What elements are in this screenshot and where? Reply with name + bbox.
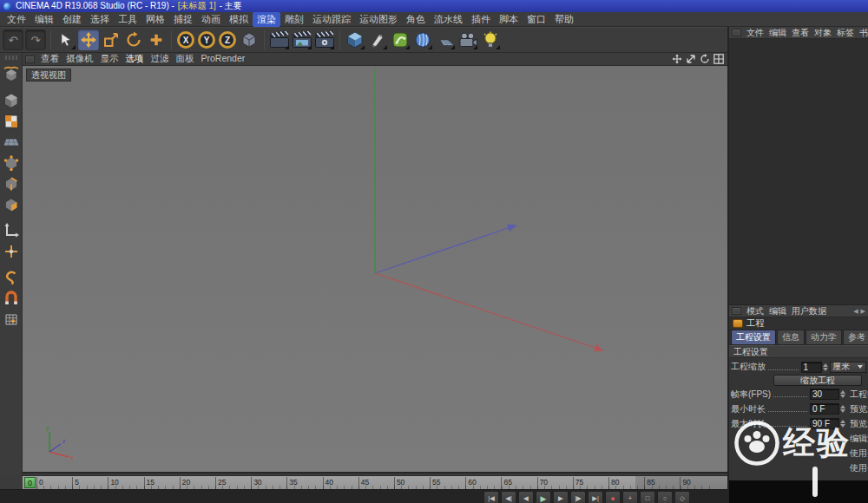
transport-button[interactable]: ◀ [518,491,534,503]
model-mode-button[interactable] [2,91,21,110]
object-manager-menu-item[interactable]: 标签 [834,27,857,39]
stepper-icon[interactable] [840,420,845,428]
menu-item[interactable]: 选择 [86,12,114,27]
enable-axis-button[interactable] [2,242,21,261]
transport-button[interactable]: |◀ [483,491,499,503]
field-input[interactable]: 0 F [810,403,839,415]
history-back-icon[interactable]: ◀ [853,308,858,315]
add-deformer-button[interactable] [412,29,433,50]
menu-item[interactable]: 动画 [197,12,225,27]
menu-item[interactable]: 运动跟踪 [308,12,355,27]
attribute-tab[interactable]: 参考 [843,330,868,345]
polygons-mode-button[interactable] [2,195,21,214]
object-manager-menu-item[interactable]: 编辑 [766,27,789,39]
panel-grip-icon[interactable] [732,307,741,315]
attribute-manager-menu-item[interactable]: 编辑 [766,305,789,317]
panel-grip-icon[interactable] [25,56,35,63]
menu-item[interactable]: 帮助 [550,12,578,27]
transport-button[interactable]: ○ [657,491,673,503]
add-object-button[interactable] [345,29,365,50]
transport-button[interactable]: + [622,491,638,503]
coordinate-system-button[interactable] [239,29,260,50]
axis-mode-button[interactable] [2,221,21,240]
current-frame-marker[interactable]: 0 [24,477,36,488]
menu-item[interactable]: 渲染 [253,12,280,27]
points-mode-button[interactable] [2,154,21,173]
redo-button[interactable]: ↷ [25,29,46,50]
timeline-ruler[interactable]: 0 051015202530354045505560657075808590 [23,475,727,489]
stepper-icon[interactable] [840,405,845,413]
add-spline-button[interactable] [367,29,388,50]
attribute-tab[interactable]: 工程设置 [731,330,776,345]
viewport-menu-item[interactable]: 查看 [37,53,62,65]
palette-grip[interactable] [5,56,17,60]
transport-button[interactable]: ▶ [553,491,569,503]
make-editable-button[interactable] [2,65,21,84]
unit-dropdown[interactable]: 厘米 [830,362,867,373]
zoom-view-button[interactable] [685,54,697,65]
attribute-manager-menu-item[interactable]: 用户数据 [789,305,829,317]
viewport-menu-item[interactable]: 面板 [173,53,198,65]
menu-item[interactable]: 文件 [3,12,30,27]
menu-item[interactable]: 创建 [58,12,86,27]
menu-item[interactable]: 模拟 [225,12,253,27]
lock-z-axis-button[interactable]: Z [219,31,236,49]
menu-item[interactable]: 流水线 [430,12,467,27]
menu-item[interactable]: 窗口 [523,12,550,27]
object-manager-menu-item[interactable]: 文件 [744,27,766,39]
lock-y-axis-button[interactable]: Y [198,31,215,49]
render-settings-button[interactable] [314,29,335,50]
add-environment-button[interactable] [435,29,456,50]
object-manager-list[interactable] [729,39,868,305]
add-camera-button[interactable] [457,29,478,50]
object-manager-menu-item[interactable]: 查看 [789,27,812,39]
stepper-icon[interactable] [840,390,845,398]
workplane-mode-button[interactable] [2,133,21,152]
viewport-menu-item[interactable]: 选项 [122,53,148,65]
project-scale-input[interactable]: 1 [801,362,822,373]
transport-button[interactable]: |▶ [570,491,586,503]
lock-x-axis-button[interactable]: X [177,31,194,49]
menu-item[interactable]: 网格 [141,12,169,27]
rotate-view-button[interactable] [699,54,711,65]
transport-button[interactable]: ◇ [674,491,690,503]
menu-item[interactable]: 雕刻 [280,12,308,27]
history-forward-icon[interactable]: ▶ [861,308,865,315]
menu-item[interactable]: 编辑 [30,12,58,27]
attribute-tab[interactable]: 动力学 [806,330,842,345]
menu-item[interactable]: 工具 [114,12,141,27]
object-manager-menu-item[interactable]: 书签 [857,27,868,39]
menu-item[interactable]: 插件 [467,12,495,27]
menu-item[interactable]: 脚本 [495,12,523,27]
snap-button[interactable] [2,268,21,287]
transport-button[interactable]: ◀| [501,491,516,503]
transport-button[interactable]: ▶| [588,491,603,503]
transport-button[interactable]: ▶ [536,491,551,503]
panel-grip-icon[interactable] [732,29,741,36]
stepper-icon[interactable] [823,363,828,371]
scale-project-button[interactable]: 缩放工程 [773,375,862,386]
undo-button[interactable]: ↶ [3,29,23,50]
quantize-button[interactable] [2,289,21,308]
viewport-menu-item[interactable]: 显示 [97,53,122,65]
viewport-menu-item[interactable]: 摄像机 [62,53,97,65]
transport-button[interactable]: □ [640,491,655,503]
field-input[interactable]: 90 F [810,418,839,429]
menu-item[interactable]: 捕捉 [169,12,197,27]
add-subdivision-surface-button[interactable] [390,29,411,50]
add-light-button[interactable] [480,29,501,50]
move-tool-button[interactable] [78,29,99,50]
viewport[interactable]: 透视视图 y x z [23,66,727,474]
attribute-tab[interactable]: 信息 [777,330,805,345]
render-picture-viewer-button[interactable] [292,29,312,50]
viewport-menu-item[interactable]: 过滤 [148,53,173,65]
toggle-view-button[interactable] [713,54,725,65]
menu-item[interactable]: 角色 [402,12,430,27]
object-manager-menu-item[interactable]: 对象 [812,27,834,39]
edges-mode-button[interactable] [2,174,21,193]
last-tool-button[interactable] [146,29,167,50]
section-header[interactable]: 工程设置 [729,345,868,358]
live-selection-button[interactable] [56,29,76,50]
rotate-tool-button[interactable] [123,29,144,50]
menu-item[interactable]: 运动图形 [355,12,402,27]
